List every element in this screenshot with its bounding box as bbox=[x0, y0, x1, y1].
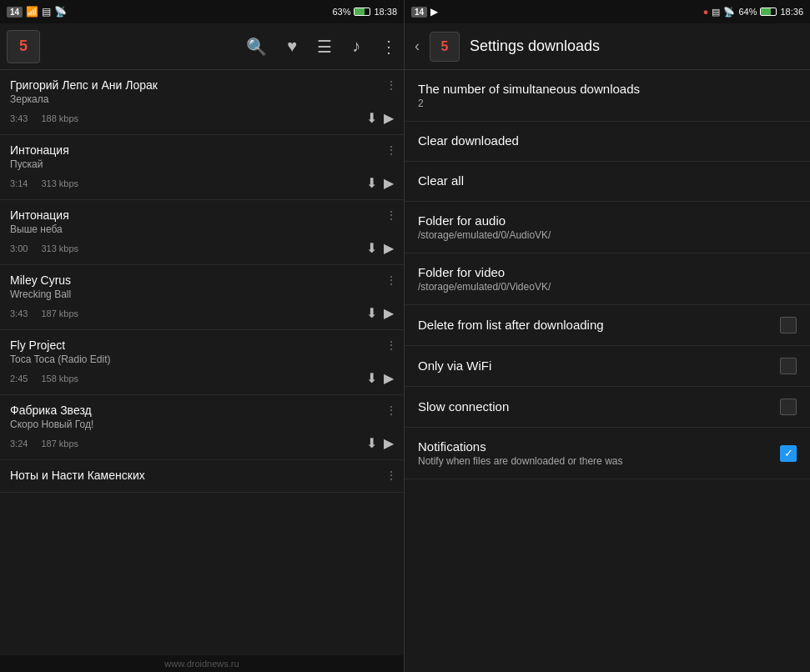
song-actions: ⬇ ▶ bbox=[366, 240, 394, 256]
song-duration: 3:14 bbox=[10, 178, 28, 188]
battery-bar-right bbox=[760, 8, 777, 16]
settings-header: ‹ 5 Settings downloads bbox=[405, 23, 810, 70]
settings-item-title: Notifications bbox=[418, 439, 622, 454]
top-nav-left: 5 🔍 ♥ ☰ ♪ ⋮ bbox=[0, 23, 404, 70]
play-button[interactable]: ▶ bbox=[384, 110, 394, 126]
settings-title: Settings downloads bbox=[470, 38, 600, 55]
settings-item[interactable]: Clear all bbox=[405, 162, 810, 202]
app-logo-left: 5 bbox=[7, 30, 40, 63]
time-right: 18:36 bbox=[780, 7, 803, 17]
song-more-button[interactable]: ⋮ bbox=[385, 78, 397, 92]
settings-item[interactable]: The number of simultaneous downloads 2 bbox=[405, 70, 810, 122]
song-duration: 3:00 bbox=[10, 243, 28, 253]
song-meta: 3:43 188 kbps ⬇ ▶ bbox=[10, 110, 394, 126]
settings-checkbox[interactable] bbox=[780, 358, 797, 374]
left-panel: 14 📶 ▤ 📡 63% 18:38 5 🔍 ♥ ☰ ♪ ⋮ ⋮ Григори… bbox=[0, 0, 405, 672]
list-icon[interactable]: ☰ bbox=[317, 37, 332, 57]
song-more-button[interactable]: ⋮ bbox=[385, 208, 397, 222]
settings-item[interactable]: Only via WiFi bbox=[405, 346, 810, 387]
wifi-icon-right: ▤ bbox=[712, 7, 720, 18]
song-title: Григорий Лепс и Ани Лорак bbox=[10, 78, 394, 92]
nav-icons: 🔍 ♥ ☰ ♪ ⋮ bbox=[246, 37, 397, 57]
beats-icon: ● bbox=[703, 7, 709, 17]
settings-item-title: Clear all bbox=[418, 173, 464, 188]
back-button[interactable]: ‹ bbox=[415, 38, 420, 55]
settings-item-content: Delete from list after downloading bbox=[418, 318, 604, 333]
settings-item-title: Clear downloaded bbox=[418, 133, 519, 148]
status-right-icons-left: 63% 18:38 bbox=[332, 7, 397, 17]
download-button[interactable]: ⬇ bbox=[366, 110, 377, 126]
song-more-button[interactable]: ⋮ bbox=[385, 404, 397, 417]
settings-item[interactable]: Delete from list after downloading bbox=[405, 305, 810, 346]
song-actions: ⬇ ▶ bbox=[366, 175, 394, 191]
song-meta: 3:14 313 kbps ⬇ ▶ bbox=[10, 175, 394, 191]
song-item[interactable]: ⋮ Интонация Выше неба 3:00 313 kbps ⬇ ▶ bbox=[0, 200, 404, 265]
settings-item-content: Notifications Notify when files are down… bbox=[418, 439, 622, 467]
download-button[interactable]: ⬇ bbox=[366, 175, 377, 191]
song-more-button[interactable]: ⋮ bbox=[385, 339, 397, 352]
signal-icon-left: 📡 bbox=[54, 6, 67, 18]
status-left-icons: 14 📶 ▤ 📡 bbox=[7, 6, 67, 18]
song-subtitle: Выше неба bbox=[10, 223, 394, 235]
song-more-button[interactable]: ⋮ bbox=[385, 273, 397, 287]
song-meta: 3:24 187 kbps ⬇ ▶ bbox=[10, 435, 394, 451]
settings-item[interactable]: Folder for audio /storage/emulated/0/Aud… bbox=[405, 202, 810, 253]
play-button[interactable]: ▶ bbox=[384, 175, 394, 191]
song-item[interactable]: ⋮ Григорий Лепс и Ани Лорак Зеркала 3:43… bbox=[0, 70, 404, 135]
download-button[interactable]: ⬇ bbox=[366, 435, 377, 451]
battery-percent-left: 63% bbox=[332, 7, 350, 17]
song-duration: 3:43 bbox=[10, 113, 28, 123]
settings-item-title: Slow connection bbox=[418, 399, 509, 414]
song-meta: 3:43 187 kbps ⬇ ▶ bbox=[10, 305, 394, 321]
song-meta: 2:45 158 kbps ⬇ ▶ bbox=[10, 370, 394, 386]
heart-icon[interactable]: ♥ bbox=[287, 37, 297, 56]
song-item[interactable]: ⋮ Интонация Пускай 3:14 313 kbps ⬇ ▶ bbox=[0, 135, 404, 200]
status-bar-right: 14 ▶ ● ▤ 📡 64% 18:36 bbox=[405, 0, 810, 23]
play-button[interactable]: ▶ bbox=[384, 435, 394, 451]
settings-checkbox[interactable] bbox=[780, 445, 797, 462]
song-item[interactable]: ⋮ Miley Cyrus Wrecking Ball 3:43 187 kbp… bbox=[0, 265, 404, 330]
settings-item-content: Clear downloaded bbox=[418, 133, 519, 149]
song-bitrate: 187 kbps bbox=[41, 308, 78, 318]
notification-badge-right: 14 bbox=[411, 7, 427, 18]
settings-checkbox[interactable] bbox=[780, 317, 797, 333]
song-more-button[interactable]: ⋮ bbox=[385, 143, 397, 157]
song-bitrate: 313 kbps bbox=[41, 178, 78, 188]
song-actions: ⬇ ▶ bbox=[366, 435, 394, 451]
song-actions: ⬇ ▶ bbox=[366, 110, 394, 126]
settings-item[interactable]: Notifications Notify when files are down… bbox=[405, 428, 810, 479]
settings-item[interactable]: Slow connection bbox=[405, 387, 810, 428]
song-item[interactable]: ⋮ Fly Project Toca Toca (Radio Edit) 2:4… bbox=[0, 330, 404, 395]
song-item[interactable]: ⋮ Ноты и Насти Каменских bbox=[0, 460, 404, 493]
song-duration: 3:24 bbox=[10, 439, 28, 449]
search-icon[interactable]: 🔍 bbox=[246, 37, 267, 57]
song-item[interactable]: ⋮ Фабрика Звезд Скоро Новый Год! 3:24 18… bbox=[0, 395, 404, 460]
play-button[interactable]: ▶ bbox=[384, 370, 394, 386]
play-button[interactable]: ▶ bbox=[384, 240, 394, 256]
settings-item-content: Folder for video /storage/emulated/0/Vid… bbox=[418, 265, 551, 293]
song-subtitle: Пускай bbox=[10, 158, 394, 170]
signal-icon-right: 📡 bbox=[723, 7, 735, 18]
settings-item-value: /storage/emulated/0/VideoVK/ bbox=[418, 281, 551, 293]
song-subtitle: Toca Toca (Radio Edit) bbox=[10, 354, 394, 365]
status-right-icons-right: ● ▤ 📡 64% 18:36 bbox=[703, 7, 803, 18]
more-menu-icon[interactable]: ⋮ bbox=[380, 37, 397, 57]
settings-item-content: Clear all bbox=[418, 173, 464, 189]
settings-item[interactable]: Clear downloaded bbox=[405, 122, 810, 162]
settings-checkbox[interactable] bbox=[780, 399, 797, 415]
download-button[interactable]: ⬇ bbox=[366, 240, 377, 256]
settings-item-title: Folder for video bbox=[418, 265, 551, 279]
download-button[interactable]: ⬇ bbox=[366, 370, 377, 386]
play-button[interactable]: ▶ bbox=[384, 305, 394, 321]
song-list: ⋮ Григорий Лепс и Ани Лорак Зеркала 3:43… bbox=[0, 70, 404, 655]
song-title: Интонация bbox=[10, 143, 394, 157]
song-subtitle: Скоро Новый Год! bbox=[10, 419, 394, 430]
download-button[interactable]: ⬇ bbox=[366, 305, 377, 321]
settings-item-value: Notify when files are downloaded or ther… bbox=[418, 455, 622, 467]
song-more-button[interactable]: ⋮ bbox=[385, 469, 397, 482]
settings-item[interactable]: Folder for video /storage/emulated/0/Vid… bbox=[405, 253, 810, 305]
music-icon[interactable]: ♪ bbox=[352, 37, 360, 56]
song-bitrate: 158 kbps bbox=[41, 374, 78, 384]
right-panel: 14 ▶ ● ▤ 📡 64% 18:36 ‹ 5 Settings downlo… bbox=[405, 0, 810, 672]
song-actions: ⬇ ▶ bbox=[366, 370, 394, 386]
